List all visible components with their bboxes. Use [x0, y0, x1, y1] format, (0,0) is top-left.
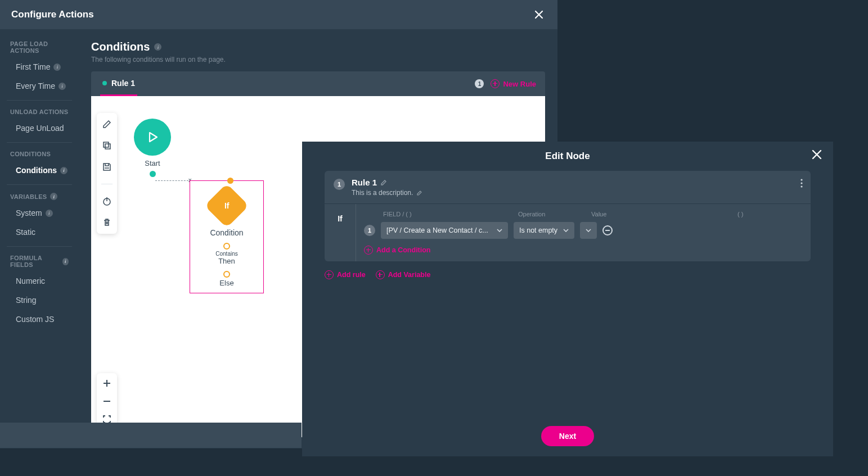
- info-icon: i: [60, 167, 68, 174]
- divider: [7, 142, 72, 143]
- flow-edge[interactable]: [155, 180, 191, 181]
- copy-icon[interactable]: [101, 140, 113, 151]
- edit-panel-footer: Next: [302, 416, 833, 456]
- operation-select[interactable]: Is not empty: [514, 222, 574, 239]
- condition-diamond-icon: If: [204, 183, 249, 228]
- pencil-icon[interactable]: [380, 179, 388, 186]
- divider: [7, 100, 72, 101]
- start-label: Start: [134, 159, 171, 167]
- condition-node[interactable]: If Condition Contains Then Else: [190, 180, 264, 293]
- page-subtitle: The following conditions will run on the…: [91, 56, 545, 64]
- svg-rect-0: [104, 142, 109, 147]
- modal-header: Configure Actions: [0, 0, 557, 29]
- header-operation: Operation: [518, 211, 591, 217]
- sidebar-item-numeric[interactable]: Numeric: [0, 271, 79, 291]
- condition-row: 1 [PV / Create a New Contact / c... Is n…: [364, 222, 803, 239]
- add-condition-button[interactable]: Add a Condition: [364, 246, 803, 255]
- plus-circle-icon: [364, 246, 373, 255]
- sidebar-section-formula: FORMULA FIELDSi: [0, 251, 79, 271]
- info-icon[interactable]: i: [154, 43, 161, 51]
- header-parentheses: ( ): [737, 211, 743, 217]
- node-output-port[interactable]: [150, 171, 156, 177]
- rule-count-badge: 1: [475, 79, 484, 88]
- start-node[interactable]: Start: [134, 119, 171, 177]
- svg-rect-1: [105, 144, 110, 149]
- add-variable-button[interactable]: Add Variable: [376, 270, 431, 279]
- condition-headers: FIELD / ( ) Operation Value ( ): [364, 211, 803, 217]
- divider: [101, 184, 113, 184]
- svg-point-4: [800, 179, 802, 180]
- rule-card-header: 1 Rule 1 This is a description.: [325, 171, 811, 203]
- remove-condition-icon[interactable]: [602, 225, 613, 235]
- condition-label: Condition: [190, 228, 263, 237]
- chevron-down-icon: [563, 229, 569, 232]
- sidebar-item-every-time[interactable]: Every Timei: [0, 76, 79, 96]
- condition-contains-label: Contains: [190, 251, 263, 257]
- sidebar-item-first-time[interactable]: First Timei: [0, 57, 79, 76]
- plus-circle-icon: [325, 270, 334, 279]
- power-icon[interactable]: [101, 196, 113, 207]
- close-icon[interactable]: [811, 148, 823, 161]
- sidebar-item-page-unload[interactable]: Page UnLoad: [0, 119, 79, 138]
- condition-else-label: Else: [190, 279, 263, 287]
- node-then-port[interactable]: [223, 243, 230, 250]
- info-icon: i: [53, 64, 61, 71]
- zoom-in-icon[interactable]: [101, 378, 113, 389]
- rule-card: 1 Rule 1 This is a description. If: [325, 171, 811, 261]
- svg-point-5: [800, 182, 802, 184]
- bottom-bar: [0, 423, 302, 448]
- chevron-down-icon: [497, 229, 502, 232]
- edit-panel-header: Edit Node: [302, 142, 833, 171]
- if-label: If: [325, 204, 356, 261]
- rule-name-row: Rule 1: [352, 178, 802, 187]
- page-title: Conditions: [91, 40, 150, 53]
- status-dot-icon: [102, 81, 107, 85]
- pencil-icon[interactable]: [416, 189, 423, 196]
- node-else-port[interactable]: [223, 271, 230, 278]
- trash-icon[interactable]: [101, 217, 113, 228]
- sidebar-item-string[interactable]: String: [0, 291, 79, 310]
- value-select[interactable]: [580, 222, 597, 239]
- pencil-icon[interactable]: [101, 119, 113, 130]
- modal-title: Configure Actions: [11, 9, 94, 20]
- sidebar-item-conditions[interactable]: Conditionsi: [0, 161, 79, 180]
- info-icon: i: [46, 210, 53, 217]
- chevron-down-icon: [586, 229, 591, 232]
- plus-circle-icon: [376, 270, 385, 279]
- edit-panel-title: Edit Node: [545, 151, 590, 162]
- kebab-menu-icon[interactable]: [800, 179, 803, 188]
- divider: [7, 246, 72, 247]
- tab-rule-1[interactable]: Rule 1: [100, 71, 137, 96]
- next-button[interactable]: Next: [541, 426, 594, 446]
- sidebar-section-conditions: CONDITIONS: [0, 147, 79, 161]
- node-input-port[interactable]: [227, 178, 233, 184]
- rule-tab-bar: Rule 1 1 New Rule: [91, 71, 545, 96]
- zoom-panel: [97, 373, 117, 429]
- info-icon: i: [50, 193, 57, 200]
- add-rule-button[interactable]: Add rule: [325, 270, 366, 279]
- field-select[interactable]: [PV / Create a New Contact / c...: [381, 222, 508, 239]
- header-value: Value: [591, 211, 737, 217]
- svg-point-6: [800, 185, 802, 187]
- new-rule-button[interactable]: New Rule: [491, 79, 536, 88]
- sidebar-section-page-load: PAGE LOAD ACTIONS: [0, 37, 79, 57]
- zoom-out-icon[interactable]: [101, 396, 113, 407]
- rule-number-badge: 1: [334, 179, 345, 190]
- canvas-toolbar: [97, 113, 117, 234]
- rule-description: This is a description.: [352, 189, 413, 197]
- close-icon[interactable]: [532, 7, 546, 22]
- edit-panel-body: 1 Rule 1 This is a description. If: [302, 171, 833, 416]
- rule-description-row: This is a description.: [352, 189, 802, 197]
- sidebar-section-variables: VARIABLESi: [0, 189, 79, 203]
- save-icon[interactable]: [101, 161, 113, 173]
- sidebar-item-system[interactable]: Systemi: [0, 203, 79, 223]
- condition-then-label: Then: [190, 257, 263, 265]
- sidebar-item-custom-js[interactable]: Custom JS: [0, 310, 79, 329]
- plus-circle-icon: [491, 79, 500, 88]
- divider: [7, 184, 72, 185]
- header-field: FIELD / ( ): [383, 211, 518, 217]
- sidebar-item-static[interactable]: Static: [0, 223, 79, 242]
- rule-name: Rule 1: [352, 178, 377, 187]
- panel-action-links: Add rule Add Variable: [325, 270, 811, 279]
- play-icon: [134, 119, 171, 156]
